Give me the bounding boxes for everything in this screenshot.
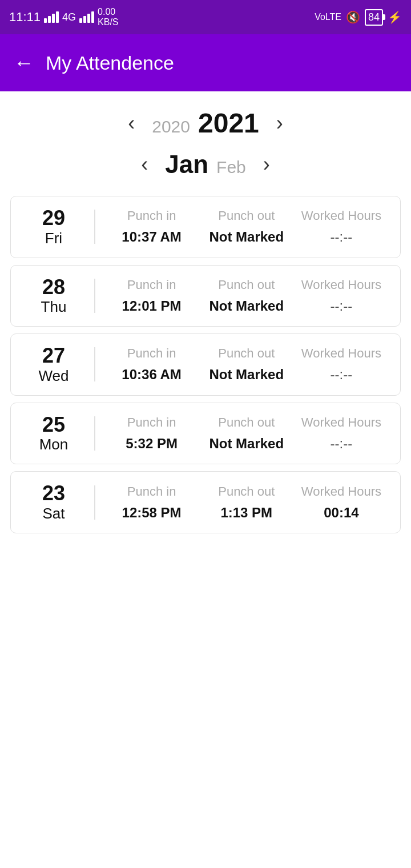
back-button[interactable]: ← <box>14 51 34 75</box>
time-display: 11:11 <box>9 10 41 25</box>
attendance-card[interactable]: 28 Thu Punch in Punch out Worked Hours 1… <box>10 265 401 327</box>
punch-out-label: Punch out <box>199 415 294 430</box>
punch-out-value: Not Marked <box>199 229 294 245</box>
worked-hours-label: Worked Hours <box>294 484 389 499</box>
punch-values: 10:37 AM Not Marked --:-- <box>104 229 389 245</box>
vertical-divider <box>94 416 95 451</box>
worked-hours-value: --:-- <box>294 229 389 245</box>
date-block: 28 Thu <box>22 276 85 316</box>
worked-hours-label: Worked Hours <box>294 415 389 430</box>
punch-out-value: Not Marked <box>199 298 294 314</box>
date-day: Thu <box>41 298 67 316</box>
punch-info: Punch in Punch out Worked Hours 12:58 PM… <box>104 484 389 521</box>
year-selector: ‹ 2020 2021 › <box>0 91 411 144</box>
date-number: 29 <box>42 207 65 230</box>
worked-hours-label: Worked Hours <box>294 278 389 292</box>
date-block: 25 Mon <box>22 413 85 454</box>
vertical-divider <box>94 485 95 520</box>
punch-out-label: Punch out <box>199 278 294 292</box>
punch-in-value: 10:36 AM <box>104 367 199 383</box>
network-icon: 4G <box>62 11 76 23</box>
next-month: Feb <box>216 158 246 177</box>
punch-info: Punch in Punch out Worked Hours 5:32 PM … <box>104 415 389 452</box>
mute-icon: 🔇 <box>346 10 360 24</box>
date-day: Wed <box>39 367 69 385</box>
page-title: My Attendence <box>46 52 174 74</box>
date-number: 25 <box>42 413 65 436</box>
worked-hours-value: --:-- <box>294 298 389 314</box>
punch-headers: Punch in Punch out Worked Hours <box>104 415 389 430</box>
punch-out-label: Punch out <box>199 484 294 499</box>
data-speed: 0.00KB/S <box>98 7 118 27</box>
punch-headers: Punch in Punch out Worked Hours <box>104 278 389 292</box>
status-left: 11:11 4G 0.00KB/S <box>9 7 119 27</box>
attendance-card[interactable]: 27 Wed Punch in Punch out Worked Hours 1… <box>10 333 401 396</box>
punch-in-label: Punch in <box>104 278 199 292</box>
punch-out-value: 1:13 PM <box>199 505 294 521</box>
punch-values: 5:32 PM Not Marked --:-- <box>104 436 389 452</box>
date-day: Fri <box>45 230 62 247</box>
punch-in-value: 10:37 AM <box>104 229 199 245</box>
punch-info: Punch in Punch out Worked Hours 10:36 AM… <box>104 346 389 383</box>
year-display: 2020 2021 <box>152 107 259 139</box>
punch-in-label: Punch in <box>104 208 199 223</box>
previous-year: 2020 <box>152 117 190 136</box>
current-year: 2021 <box>198 107 259 139</box>
date-block: 29 Fri <box>22 207 85 247</box>
date-number: 23 <box>42 482 65 505</box>
volte-icon: VoLTE <box>315 12 341 22</box>
punch-out-label: Punch out <box>199 346 294 361</box>
attendance-list: 29 Fri Punch in Punch out Worked Hours 1… <box>0 190 411 539</box>
year-next-arrow[interactable]: › <box>271 111 289 135</box>
worked-hours-value: --:-- <box>294 436 389 452</box>
punch-out-label: Punch out <box>199 208 294 223</box>
punch-in-label: Punch in <box>104 346 199 361</box>
punch-in-label: Punch in <box>104 415 199 430</box>
punch-out-value: Not Marked <box>199 436 294 452</box>
punch-in-value: 5:32 PM <box>104 436 199 452</box>
vertical-divider <box>94 279 95 313</box>
year-prev-arrow[interactable]: ‹ <box>122 111 140 135</box>
vertical-divider <box>94 347 95 381</box>
attendance-card[interactable]: 29 Fri Punch in Punch out Worked Hours 1… <box>10 196 401 258</box>
attendance-card[interactable]: 25 Mon Punch in Punch out Worked Hours 5… <box>10 403 401 465</box>
month-display: Jan Feb <box>165 150 246 179</box>
punch-headers: Punch in Punch out Worked Hours <box>104 484 389 499</box>
punch-headers: Punch in Punch out Worked Hours <box>104 208 389 223</box>
month-next-arrow[interactable]: › <box>257 152 276 176</box>
punch-in-label: Punch in <box>104 484 199 499</box>
current-month: Jan <box>165 150 208 179</box>
punch-info: Punch in Punch out Worked Hours 10:37 AM… <box>104 208 389 245</box>
date-block: 23 Sat <box>22 482 85 523</box>
worked-hours-value: 00:14 <box>294 505 389 521</box>
month-selector: ‹ Jan Feb › <box>0 144 411 190</box>
signal-icon-2 <box>79 11 94 23</box>
worked-hours-label: Worked Hours <box>294 208 389 223</box>
date-number: 28 <box>42 276 65 299</box>
punch-values: 10:36 AM Not Marked --:-- <box>104 367 389 383</box>
worked-hours-label: Worked Hours <box>294 346 389 361</box>
punch-out-value: Not Marked <box>199 367 294 383</box>
vertical-divider <box>94 210 95 244</box>
status-right: VoLTE 🔇 84 ⚡ <box>315 9 402 26</box>
date-number: 27 <box>42 344 65 367</box>
date-day: Sat <box>42 505 65 523</box>
bottom-space <box>0 539 411 767</box>
punch-values: 12:58 PM 1:13 PM 00:14 <box>104 505 389 521</box>
charging-icon: ⚡ <box>388 10 402 24</box>
app-bar: ← My Attendence <box>0 34 411 91</box>
punch-in-value: 12:01 PM <box>104 298 199 314</box>
punch-headers: Punch in Punch out Worked Hours <box>104 346 389 361</box>
date-day: Mon <box>39 436 68 453</box>
punch-values: 12:01 PM Not Marked --:-- <box>104 298 389 314</box>
worked-hours-value: --:-- <box>294 367 389 383</box>
attendance-card[interactable]: 23 Sat Punch in Punch out Worked Hours 1… <box>10 471 401 533</box>
battery-indicator: 84 <box>365 9 383 26</box>
month-prev-arrow[interactable]: ‹ <box>135 152 154 176</box>
date-block: 27 Wed <box>22 344 85 385</box>
signal-icon <box>44 11 59 23</box>
status-bar: 11:11 4G 0.00KB/S VoLTE 🔇 84 ⚡ <box>0 0 411 34</box>
punch-info: Punch in Punch out Worked Hours 12:01 PM… <box>104 278 389 314</box>
punch-in-value: 12:58 PM <box>104 505 199 521</box>
